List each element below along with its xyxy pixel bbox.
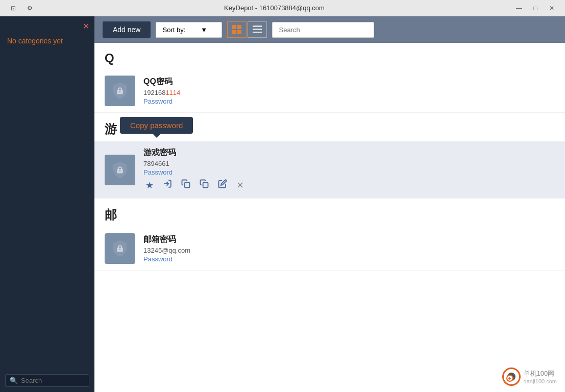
password-info-qq: QQ密码 1921681114 Password — [143, 77, 555, 105]
no-categories-label: No categories yet — [0, 16, 94, 52]
logo-plus-sign: + — [506, 375, 513, 382]
password-type-mail: Password — [143, 255, 555, 263]
grid-icon — [232, 24, 242, 35]
password-value-qq: 1921681114 — [143, 89, 555, 96]
category-header-you2: 邮 — [94, 199, 565, 227]
sort-dropdown[interactable]: Sort by: ▼ — [156, 22, 222, 38]
password-value-mail: 13245@qq.com — [143, 247, 555, 254]
action-icons-bar: ★ — [143, 178, 555, 192]
sidebar-search-icon: 🔍 — [10, 377, 18, 384]
monitor-icon-btn[interactable]: ⊡ — [6, 2, 20, 14]
list-item[interactable]: 邮箱密码 13245@qq.com Password — [94, 227, 565, 271]
svg-point-12 — [119, 170, 120, 171]
edit-icon[interactable] — [216, 178, 229, 192]
sidebar-search-input[interactable] — [21, 377, 85, 384]
window-controls: — □ ✕ — [512, 2, 559, 14]
shield-icon — [111, 239, 129, 258]
password-type-qq: Password — [143, 97, 555, 105]
svg-point-18 — [119, 249, 120, 250]
logo-inner-dot: + — [507, 373, 515, 381]
svg-rect-6 — [253, 32, 262, 33]
password-icon-mail — [105, 233, 135, 264]
main-content: Add new Sort by: ▼ — [94, 16, 565, 392]
svg-rect-2 — [232, 30, 236, 34]
shield-icon — [111, 82, 129, 100]
logo-icon: + — [502, 368, 521, 386]
maximize-button[interactable]: □ — [528, 2, 543, 14]
toolbar-search-input[interactable] — [272, 22, 374, 38]
minimize-button[interactable]: — — [512, 2, 526, 14]
list-item[interactable]: Copy password 游戏密码 7894661 Password — [94, 141, 565, 199]
app-title: KeyDepot - 1610073884@qq.com — [37, 4, 512, 12]
svg-rect-4 — [253, 26, 262, 27]
list-view-button[interactable] — [248, 21, 267, 38]
grid-view-button[interactable] — [227, 21, 247, 38]
list-item[interactable]: QQ密码 1921681114 Password — [94, 69, 565, 113]
toolbar: Add new Sort by: ▼ — [94, 16, 565, 43]
sidebar-search-area: 🔍 — [0, 369, 94, 392]
password-value-game: 7894661 — [143, 160, 555, 167]
add-new-button[interactable]: Add new — [103, 21, 151, 38]
sidebar: ✕ No categories yet 🔍 — [0, 16, 94, 392]
title-bar: ⊡ ⚙ KeyDepot - 1610073884@qq.com — □ ✕ — [0, 0, 565, 16]
view-toggle-group — [227, 21, 267, 38]
category-header-q: Q — [94, 43, 565, 69]
app-container: ✕ No categories yet 🔍 Add new Sort by: ▼ — [0, 16, 565, 392]
logo-url: danji100.com — [524, 378, 557, 384]
svg-rect-0 — [232, 25, 236, 29]
logo-outer-ring: + — [502, 368, 521, 386]
svg-rect-1 — [237, 25, 241, 29]
copy-password-label: Copy password — [130, 121, 183, 130]
shield-icon — [111, 161, 129, 179]
list-icon — [252, 24, 262, 35]
password-info-mail: 邮箱密码 13245@qq.com Password — [143, 234, 555, 263]
close-window-button[interactable]: ✕ — [545, 2, 559, 14]
password-info-game: 游戏密码 7894661 Password ★ — [143, 148, 555, 192]
copy-icon-1[interactable] — [179, 178, 192, 192]
svg-point-9 — [119, 91, 120, 92]
delete-icon[interactable]: ✕ — [234, 179, 246, 192]
login-icon[interactable] — [161, 178, 174, 192]
password-name-qq: QQ密码 — [143, 77, 555, 87]
star-icon[interactable]: ★ — [143, 179, 156, 192]
bottom-logo: + 单机100网 danji100.com — [502, 368, 557, 386]
svg-rect-3 — [237, 30, 241, 34]
svg-rect-14 — [185, 183, 190, 188]
svg-rect-15 — [203, 183, 208, 188]
sort-label: Sort by: — [162, 26, 185, 34]
password-icon-qq — [105, 76, 135, 106]
sort-chevron-icon: ▼ — [201, 26, 207, 34]
copy-password-tooltip[interactable]: Copy password — [120, 117, 193, 134]
password-icon-game — [105, 155, 135, 185]
password-name-mail: 邮箱密码 — [143, 234, 555, 245]
settings-icon-btn[interactable]: ⚙ — [22, 2, 37, 14]
sidebar-close-button[interactable]: ✕ — [83, 21, 89, 31]
password-list: Q QQ密码 1921681114 Password — [94, 43, 565, 392]
sidebar-search-wrapper[interactable]: 🔍 — [5, 374, 89, 387]
copy-icon-2[interactable] — [198, 178, 211, 192]
svg-rect-5 — [253, 29, 262, 30]
title-bar-left-icons: ⊡ ⚙ — [6, 2, 37, 14]
password-type-game: Password — [143, 168, 555, 176]
logo-site-name: 单机100网 — [524, 369, 557, 378]
password-name-game: 游戏密码 — [143, 148, 555, 158]
